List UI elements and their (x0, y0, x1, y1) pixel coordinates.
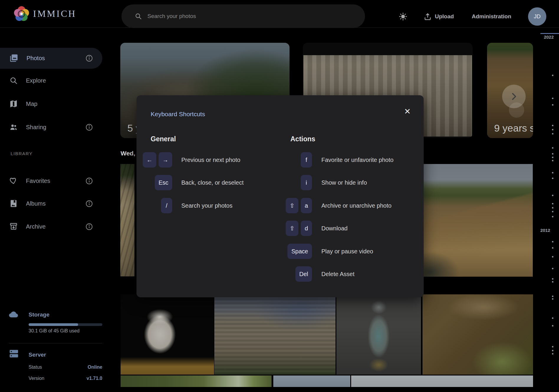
close-icon[interactable]: ✕ (404, 108, 411, 116)
map-icon (9, 100, 18, 108)
info-icon[interactable] (85, 177, 93, 185)
timeline-dot (552, 298, 553, 300)
timeline-position-marker (540, 33, 559, 34)
explore-search-icon (9, 76, 18, 85)
key-shift: ⇧ (286, 221, 298, 236)
shortcut-description: Play or pause video (321, 248, 373, 255)
shortcut-row: Space Play or pause video (137, 244, 424, 259)
sun-icon (399, 12, 407, 21)
shortcut-description: Delete Asset (321, 271, 354, 278)
timeline-dot (552, 104, 553, 106)
timeline-year-mid: 2012 (532, 228, 550, 233)
sidebar-divider (9, 343, 102, 343)
photo-thumbnail[interactable] (214, 294, 336, 375)
modal-title: Keyboard Shortcuts (151, 111, 205, 118)
timeline-dot (552, 129, 553, 130)
administration-link[interactable]: Administration (472, 8, 511, 25)
timeline-dot (552, 172, 553, 173)
timeline-dot (552, 147, 553, 149)
sidebar-item-label: Archive (26, 223, 46, 230)
timeline-dot (552, 256, 553, 257)
photo-thumbnail[interactable] (121, 375, 272, 387)
sidebar-item-label: Explore (26, 77, 46, 84)
info-icon[interactable] (85, 200, 93, 208)
library-section-label: LIBRARY (11, 151, 32, 156)
administration-label: Administration (472, 13, 511, 20)
key-d: d (301, 221, 312, 236)
sidebar-item-label: Albums (26, 200, 46, 207)
archive-box-icon (9, 222, 18, 231)
timeline-dot (552, 353, 553, 355)
timeline-dot (552, 350, 553, 351)
sidebar-item-archive[interactable]: Archive (0, 218, 103, 235)
info-icon[interactable] (85, 223, 93, 231)
info-icon[interactable] (85, 123, 93, 131)
shortcut-description: Download (321, 225, 348, 232)
app-title: IMMICH (33, 8, 76, 19)
upload-label: Upload (435, 13, 454, 20)
timeline-dot (552, 211, 553, 212)
storage-progress-fill (29, 323, 78, 326)
search-input[interactable]: Search your photos (121, 4, 365, 28)
general-section-title: General (151, 135, 176, 143)
keyboard-shortcuts-modal: Keyboard Shortcuts ✕ General Actions ← →… (137, 95, 424, 297)
timeline-dot (552, 133, 553, 135)
timeline-dot (552, 195, 553, 196)
sidebar-item-label: Photos (27, 55, 45, 62)
search-icon (134, 12, 142, 20)
photo-thumbnail[interactable] (336, 294, 421, 375)
timeline-date-header: Wed, (121, 150, 135, 157)
photo-thumbnail[interactable] (121, 294, 214, 375)
sidebar-item-photos[interactable]: Photos (0, 50, 103, 67)
album-icon (9, 199, 18, 208)
search-placeholder: Search your photos (147, 13, 196, 19)
timeline-dot (552, 325, 553, 327)
timeline-dot (552, 241, 553, 242)
timeline-dot (552, 125, 553, 126)
key-space: Space (287, 244, 312, 259)
timeline-year-top: 2022 (536, 35, 554, 40)
storage-progress-bar (29, 323, 102, 326)
upload-icon (424, 13, 432, 21)
sidebar-item-sharing[interactable]: Sharing (0, 119, 103, 136)
photo-thumbnail[interactable] (351, 375, 533, 387)
timeline-dot (552, 207, 553, 209)
key-del: Del (295, 266, 312, 282)
theme-toggle-button[interactable] (399, 8, 407, 25)
photo-thumbnail[interactable] (422, 294, 533, 375)
timeline-dot (552, 346, 553, 347)
info-icon[interactable] (85, 54, 93, 62)
server-version-label: Version (29, 376, 44, 381)
photo-thumbnail[interactable] (424, 164, 533, 277)
server-status-label: Status (29, 365, 42, 370)
storage-title: Storage (29, 311, 50, 318)
sidebar-item-favorites[interactable]: Favorites (0, 172, 103, 189)
shortcut-row: ⇧ d Download (137, 221, 424, 236)
immich-app: IMMICH Search your photos Upload (0, 0, 559, 392)
photo-thumbnail[interactable] (273, 375, 350, 387)
sidebar-item-label: Sharing (26, 124, 46, 131)
timeline-dot (552, 157, 553, 158)
timeline-dot (552, 296, 553, 297)
server-title: Server (29, 352, 46, 358)
key-f: f (301, 152, 312, 168)
top-bar: IMMICH Search your photos Upload (0, 0, 559, 28)
shortcut-description: Favorite or unfavorite photo (321, 157, 394, 163)
photo-thumbnail[interactable] (120, 164, 134, 276)
sidebar-item-albums[interactable]: Albums (0, 195, 103, 212)
server-icon (8, 348, 19, 359)
sidebar-item-explore[interactable]: Explore (0, 72, 103, 89)
user-avatar[interactable]: JD (528, 7, 546, 26)
server-status-value: Online (58, 365, 102, 370)
key-i: i (301, 175, 312, 190)
memory-card-canyon[interactable]: 9 years si (487, 43, 533, 138)
timeline-dot (552, 75, 553, 76)
sidebar-item-map[interactable]: Map (0, 95, 103, 112)
immich-logo-icon (13, 5, 30, 22)
next-memory-button[interactable] (502, 85, 526, 108)
shortcut-row: ⇧ a Archive or unarchive photo (137, 198, 424, 213)
timeline-dot (552, 247, 553, 249)
actions-section-title: Actions (290, 135, 315, 143)
shortcut-row: i Show or hide info (137, 175, 424, 190)
upload-button[interactable]: Upload (424, 8, 454, 25)
